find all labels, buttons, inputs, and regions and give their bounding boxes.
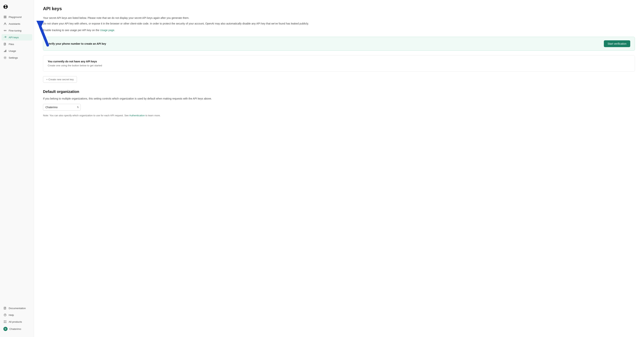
usage-icon [4,49,7,52]
description-2: Do not share your API key with others, o… [43,22,635,26]
org-select[interactable]: Chaterimo [43,104,81,111]
all-products-icon [4,320,7,324]
svg-point-15 [4,322,5,323]
sidebar-item-help-label: Help [9,314,14,316]
svg-rect-6 [4,51,4,52]
svg-rect-3 [5,17,6,18]
sidebar-user[interactable]: D Chaterimo [2,325,32,332]
svg-rect-2 [4,17,5,18]
svg-rect-8 [6,50,6,52]
settings-icon [4,56,7,59]
empty-keys-title: You currently do not have any API keys [48,60,630,63]
logo[interactable] [0,2,34,14]
sidebar-item-docs-label: Documentation [9,307,26,310]
note-text: Note: You can also specify which organiz… [43,114,635,118]
sidebar-item-usage-label: Usage [9,50,16,52]
verification-banner-text: Verify your phone number to create an AP… [48,42,106,45]
sidebar-item-all-products[interactable]: All products [2,318,32,325]
sidebar-item-help[interactable]: Help [2,312,32,318]
svg-point-12 [5,316,5,316]
api-keys-icon [4,36,7,39]
svg-rect-0 [4,16,5,17]
authentication-link[interactable]: Authentication [129,114,144,117]
openai-logo-icon [3,4,8,10]
default-org-title: Default organization [43,90,635,94]
sidebar-item-all-products-label: All products [9,320,22,323]
svg-rect-1 [5,16,6,17]
sidebar-item-playground-label: Playground [9,16,22,18]
svg-marker-17 [36,21,44,29]
empty-keys-box: You currently do not have any API keys C… [43,55,635,72]
sidebar-item-assistants-label: Assistants [9,22,20,25]
svg-point-16 [6,322,6,323]
description-1: Your secret API keys are listed below. P… [43,16,635,20]
user-name: Chaterimo [10,328,21,330]
create-secret-key-button[interactable]: + Create new secret key [43,76,77,83]
sidebar-item-usage[interactable]: Usage [2,48,32,54]
sidebar-item-settings-label: Settings [9,56,18,59]
default-org-description: If you belong to multiple organizations,… [43,96,635,101]
verification-banner: Verify your phone number to create an AP… [43,37,635,51]
svg-point-14 [6,320,6,321]
org-select-wrapper: Chaterimo ⇅ [43,104,81,111]
sidebar-item-api-keys[interactable]: API keys [2,34,32,40]
sidebar-item-documentation[interactable]: Documentation [2,305,32,311]
main-content: API keys Your secret API keys are listed… [34,0,644,337]
usage-page-link[interactable]: Usage page [100,29,114,32]
sidebar-item-assistants[interactable]: Assistants [2,20,32,27]
files-icon [4,42,7,46]
docs-icon [4,306,7,310]
svg-point-13 [4,320,5,321]
start-verification-button[interactable]: Start verification [604,40,630,47]
svg-rect-7 [5,50,6,52]
svg-point-9 [5,57,6,58]
sidebar-item-api-keys-label: API keys [9,36,19,39]
sidebar-item-playground[interactable]: Playground [2,14,32,20]
help-icon [4,313,7,317]
sidebar-item-settings[interactable]: Settings [2,54,32,61]
sidebar-item-fine-tuning[interactable]: Fine-tuning [2,27,32,34]
usage-tracking-text: Enable tracking to see usage per API key… [43,28,635,32]
sidebar-bottom: Documentation Help All products D Chater… [0,305,34,335]
sidebar-item-fine-tuning-label: Fine-tuning [9,29,22,32]
fine-tuning-icon [4,29,7,32]
sidebar-item-files-label: Files [9,43,14,46]
empty-keys-description: Create one using the button below to get… [48,64,630,67]
page-title: API keys [43,6,635,11]
assistants-icon [4,22,7,26]
sidebar: Playground Assistants Fine-tuning API ke… [0,0,34,337]
sidebar-nav: Playground Assistants Fine-tuning API ke… [0,14,34,305]
playground-icon [4,15,7,19]
avatar: D [4,327,8,331]
sidebar-item-files[interactable]: Files [2,41,32,47]
